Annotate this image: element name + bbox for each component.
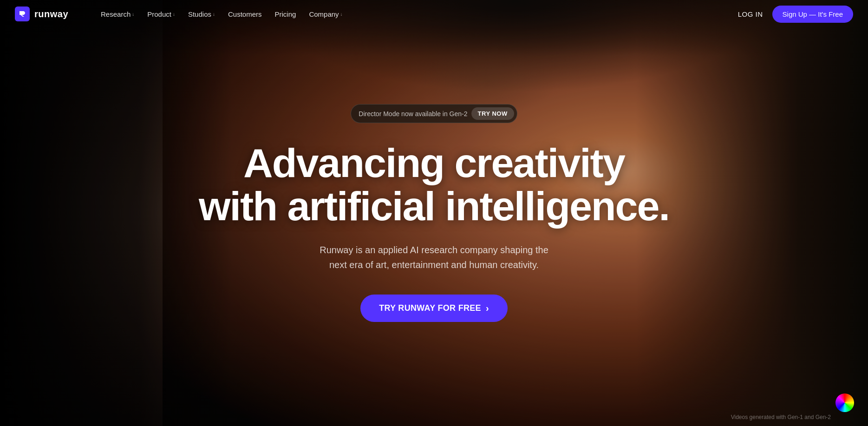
announcement-badge[interactable]: Director Mode now available in Gen-2 TRY… xyxy=(351,104,517,123)
videos-caption: Videos generated with Gen-1 and Gen-2 xyxy=(731,414,831,420)
logo[interactable]: runway xyxy=(15,7,68,21)
cta-label: TRY RUNWAY FOR FREE xyxy=(379,303,481,313)
signup-button[interactable]: Sign Up — It's Free xyxy=(772,6,853,23)
cta-button[interactable]: TRY RUNWAY FOR FREE › xyxy=(360,295,508,322)
nav-research[interactable]: Research ↓ xyxy=(96,7,139,21)
nav-studios[interactable]: Studios ↓ xyxy=(183,7,220,21)
nav-company[interactable]: Company ↓ xyxy=(304,7,347,21)
nav-customers[interactable]: Customers xyxy=(223,7,267,21)
logo-text: runway xyxy=(34,9,68,20)
nav-right: LOG IN Sign Up — It's Free xyxy=(738,6,853,23)
nav-links: Research ↓ Product ↓ Studios ↓ Customers… xyxy=(96,7,738,21)
hero-headline: Advancing creativity with artificial int… xyxy=(199,142,669,228)
chevron-down-icon: ↓ xyxy=(173,12,175,17)
chevron-down-icon: ↓ xyxy=(213,12,215,17)
chevron-down-icon: ↓ xyxy=(132,12,134,17)
navbar: runway Research ↓ Product ↓ Studios ↓ Cu… xyxy=(0,0,868,28)
hero-section: runway Research ↓ Product ↓ Studios ↓ Cu… xyxy=(0,0,868,426)
hero-content: Director Mode now available in Gen-2 TRY… xyxy=(0,0,868,426)
announcement-text: Director Mode now available in Gen-2 xyxy=(359,110,467,118)
nav-pricing[interactable]: Pricing xyxy=(270,7,301,21)
color-wheel-icon[interactable] xyxy=(835,393,854,412)
login-button[interactable]: LOG IN xyxy=(738,10,763,18)
hero-subheadline: Runway is an applied AI research company… xyxy=(320,242,548,272)
cta-arrow-icon: › xyxy=(486,303,489,314)
try-now-badge: TRY NOW xyxy=(471,107,514,120)
nav-product[interactable]: Product ↓ xyxy=(143,7,180,21)
runway-icon xyxy=(18,9,27,19)
chevron-down-icon: ↓ xyxy=(340,12,343,17)
logo-icon xyxy=(15,7,30,21)
